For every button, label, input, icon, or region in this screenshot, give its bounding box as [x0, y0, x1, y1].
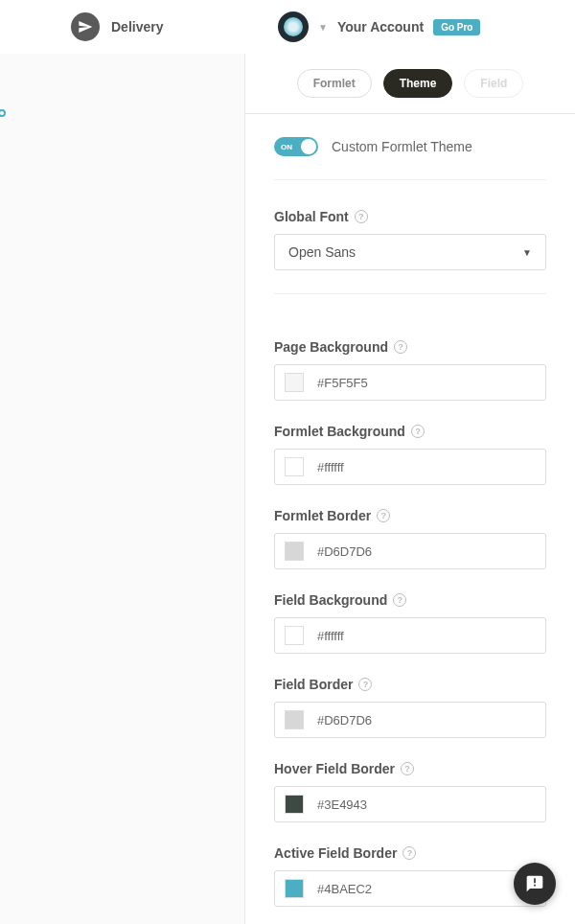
hover-border-input[interactable]: #3E4943 — [274, 786, 546, 822]
toggle-on-label: ON — [281, 143, 292, 151]
help-icon[interactable]: ? — [355, 210, 368, 223]
swatch — [285, 879, 304, 898]
hover-border-group: Hover Field Border? #3E4943 — [274, 761, 546, 822]
global-font-label: Global Font ? — [274, 209, 546, 224]
active-border-group: Active Field Border? #4BAEC2 — [274, 845, 546, 907]
page-bg-input[interactable]: #F5F5F5 — [274, 364, 546, 401]
field-bg-input[interactable]: #ffffff — [274, 617, 546, 654]
global-font-select[interactable]: Open Sans ▼ — [274, 234, 546, 270]
custom-theme-toggle[interactable]: ON — [274, 137, 318, 156]
main: Formlet Theme Field ON Custom Formlet Th… — [0, 54, 575, 924]
section-divider — [274, 293, 546, 316]
swatch — [285, 795, 304, 814]
field-bg-group: Field Background? #ffffff — [274, 592, 546, 654]
chat-button[interactable] — [514, 863, 556, 905]
swatch — [285, 542, 304, 561]
tab-theme[interactable]: Theme — [383, 69, 453, 98]
help-icon[interactable]: ? — [394, 340, 407, 354]
paper-plane-icon — [71, 12, 100, 41]
formlet-border-input[interactable]: #D6D7D6 — [274, 533, 546, 569]
swatch — [285, 457, 304, 476]
settings-scroll[interactable]: ON Custom Formlet Theme Global Font ? Op… — [245, 113, 575, 924]
custom-theme-row: ON Custom Formlet Theme — [274, 137, 546, 180]
help-icon[interactable]: ? — [358, 678, 372, 691]
field-border-group: Field Border? #D6D7D6 — [274, 677, 546, 738]
help-icon[interactable]: ? — [393, 593, 406, 607]
settings-inner: ON Custom Formlet Theme Global Font ? Op… — [245, 114, 575, 924]
custom-theme-label: Custom Formlet Theme — [332, 139, 472, 154]
help-icon[interactable]: ? — [411, 425, 425, 438]
formlet-bg-group: Formlet Background? #ffffff — [274, 424, 546, 485]
help-icon[interactable]: ? — [377, 509, 390, 522]
global-font-group: Global Font ? Open Sans ▼ — [274, 209, 546, 270]
active-border-input[interactable]: #4BAEC2 — [274, 870, 546, 907]
tab-formlet[interactable]: Formlet — [297, 69, 372, 98]
swatch — [285, 373, 304, 392]
formlet-bg-input[interactable]: #ffffff — [274, 449, 546, 485]
chat-icon — [525, 874, 544, 893]
page-bg-group: Page Background? #F5F5F5 — [274, 339, 546, 401]
account-area: ▼ Your Account Go Pro — [278, 12, 480, 42]
right-panel: Formlet Theme Field ON Custom Formlet Th… — [245, 54, 575, 924]
account-label[interactable]: Your Account — [337, 19, 424, 35]
go-pro-badge[interactable]: Go Pro — [433, 19, 480, 35]
formlet-border-group: Formlet Border? #D6D7D6 — [274, 508, 546, 569]
chevron-down-icon[interactable]: ▼ — [318, 22, 328, 33]
sidebar-indicator — [0, 109, 6, 117]
avatar[interactable] — [278, 12, 309, 42]
delivery-label: Delivery — [111, 19, 163, 35]
help-icon[interactable]: ? — [402, 846, 416, 860]
tab-field[interactable]: Field — [464, 69, 523, 98]
help-icon[interactable]: ? — [401, 762, 414, 775]
top-bar: Delivery ▼ Your Account Go Pro — [0, 0, 575, 54]
swatch — [285, 710, 304, 729]
swatch — [285, 626, 304, 645]
left-sidebar — [0, 54, 245, 924]
field-border-input[interactable]: #D6D7D6 — [274, 702, 546, 738]
nav-delivery[interactable]: Delivery — [0, 12, 163, 41]
global-font-value: Open Sans — [288, 244, 356, 260]
toggle-knob — [301, 139, 316, 154]
caret-down-icon: ▼ — [522, 247, 532, 258]
tab-row: Formlet Theme Field — [245, 54, 575, 113]
